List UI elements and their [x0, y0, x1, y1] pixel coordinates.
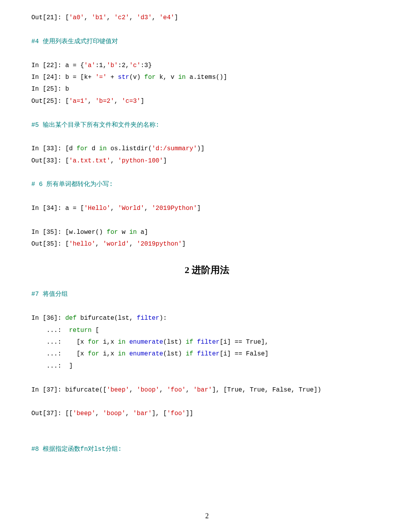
code-segment: ]	[140, 98, 144, 105]
code-segment: In [37]: bifurcate([	[31, 386, 107, 394]
code-segment: 'd:/summary'	[152, 145, 197, 152]
code-segment: 'boop'	[137, 386, 160, 394]
code-segment: 'bar'	[193, 386, 212, 394]
blank-line	[31, 420, 383, 432]
code-segment: 'b=2'	[95, 98, 114, 105]
code-segment: k, v	[156, 74, 178, 81]
code-segment: ...:	[31, 327, 69, 334]
code-segment: ,	[159, 386, 167, 394]
code-line: In [24]: b = [k+ '=' + str(v) for k, v i…	[31, 71, 383, 83]
code-segment: def	[65, 315, 76, 322]
code-segment: in	[118, 339, 125, 346]
code-segment: if	[186, 350, 193, 357]
code-segment: #5 输出某个目录下所有文件和文件夹的名称:	[31, 122, 159, 129]
code-segment: ]]	[186, 410, 193, 417]
code-segment: 'a0'	[69, 14, 84, 21]
code-line: In [35]: [w.lower() for w in a]	[31, 226, 383, 238]
code-segment: 'e4'	[159, 14, 174, 21]
blank-line	[31, 47, 383, 59]
code-segment	[193, 339, 197, 346]
code-segment: filter	[197, 339, 220, 346]
code-block-2: #7 将值分组In [36]: def bifurcate(lst, filte…	[31, 288, 383, 455]
blank-line	[31, 191, 383, 202]
code-segment: 'b1'	[92, 14, 107, 21]
code-segment: +	[107, 74, 118, 81]
code-segment: ]	[174, 14, 178, 21]
blank-line	[31, 372, 383, 384]
code-segment: 'b'	[107, 62, 118, 69]
blank-line	[31, 131, 383, 143]
code-segment: ...: ]	[31, 363, 73, 370]
code-segment: 'c'	[129, 62, 141, 69]
code-segment: 'c2'	[114, 14, 129, 21]
code-segment: (lst)	[163, 350, 186, 357]
code-segment: 'Hello'	[84, 205, 110, 212]
code-segment: return	[69, 327, 92, 334]
code-line: Out[25]: ['a=1', 'b=2', 'c=3']	[31, 95, 383, 107]
code-segment: #7 将值分组	[31, 291, 68, 298]
code-segment: Out[35]: [	[31, 240, 69, 248]
code-segment: ,	[186, 386, 193, 394]
code-segment: ):	[159, 315, 167, 322]
code-segment: w	[118, 229, 129, 236]
code-segment: ], [True, True, False, True])	[212, 386, 321, 394]
code-segment: ,	[129, 386, 137, 394]
code-segment: In [33]: [d	[31, 145, 76, 152]
code-segment: in	[118, 350, 125, 357]
code-line: In [37]: bifurcate(['beep', 'boop', 'foo…	[31, 384, 383, 396]
code-segment: d	[88, 145, 99, 152]
code-segment: in	[178, 74, 186, 81]
code-segment: # 6 所有单词都转化为小写:	[31, 181, 113, 188]
code-segment: enumerate	[129, 350, 163, 357]
code-segment: ,	[129, 14, 137, 21]
code-segment: 'world'	[103, 240, 129, 248]
code-line: ...: [x for i,x in enumerate(lst) if fil…	[31, 336, 383, 348]
code-segment: os.listdir(	[107, 145, 152, 152]
code-segment: ,	[95, 410, 103, 417]
code-segment: i,x	[99, 350, 118, 357]
code-segment: 'a'	[84, 62, 95, 69]
code-segment: In [34]: a = [	[31, 205, 84, 212]
code-line: In [33]: [d for d in os.listdir('d:/summ…	[31, 143, 383, 155]
blank-line	[31, 107, 383, 119]
code-segment: 'beep'	[73, 410, 96, 417]
code-segment: Out[37]: [[	[31, 410, 73, 417]
code-line: #4 使用列表生成式打印键值对	[31, 36, 383, 47]
code-segment: for	[88, 350, 99, 357]
code-segment: ...: [x	[31, 339, 88, 346]
code-segment: 'beep'	[107, 386, 129, 394]
code-segment: ,	[88, 98, 95, 105]
code-segment: (lst)	[163, 339, 186, 346]
code-segment: 'c=3'	[122, 98, 140, 105]
code-segment: ], [	[152, 410, 167, 417]
code-line: ...: return [	[31, 324, 383, 336]
code-segment: '='	[95, 74, 107, 81]
code-segment: )]	[197, 145, 204, 152]
code-segment: ,	[129, 240, 137, 248]
code-line: In [36]: def bifurcate(lst, filter):	[31, 312, 383, 324]
code-segment: [i] == False]	[220, 350, 269, 357]
code-segment: In [24]: b = [k+	[31, 74, 95, 81]
code-line: In [25]: b	[31, 83, 383, 95]
code-segment: ,	[107, 14, 114, 21]
code-segment: if	[186, 339, 193, 346]
code-segment: filter	[137, 315, 160, 322]
code-line: #8 根据指定函数fn对lst分组:	[31, 443, 383, 455]
code-segment: 'hello'	[69, 240, 95, 248]
blank-line	[31, 215, 383, 226]
code-segment: str	[118, 74, 129, 81]
code-segment: :3}	[140, 62, 152, 69]
blank-line	[31, 167, 383, 179]
code-segment: ,	[144, 205, 152, 212]
code-line: #5 输出某个目录下所有文件和文件夹的名称:	[31, 119, 383, 131]
code-line: # 6 所有单词都转化为小写:	[31, 179, 383, 190]
page-number: 2	[0, 509, 414, 523]
code-segment: 'a.txt.txt'	[69, 157, 111, 164]
code-segment: in	[129, 229, 137, 236]
code-line: Out[37]: [['beep', 'boop', 'bar'], ['foo…	[31, 408, 383, 419]
code-segment: 'World'	[118, 205, 144, 212]
code-line: ...: [x for i,x in enumerate(lst) if fil…	[31, 348, 383, 360]
code-segment: ,	[114, 98, 122, 105]
code-segment: In [35]: [w.lower()	[31, 229, 107, 236]
code-line: In [34]: a = ['Hello', 'World', '2019Pyt…	[31, 202, 383, 214]
